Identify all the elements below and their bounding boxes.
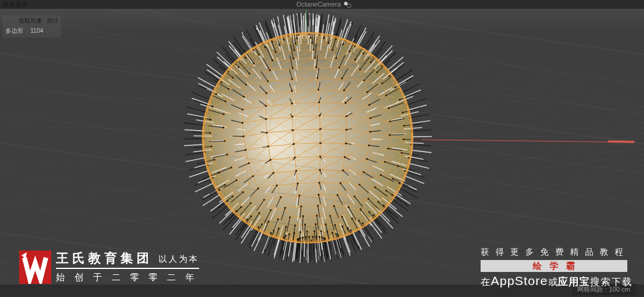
company-name: 王氏教育集团	[56, 250, 153, 267]
yingyongbao-label: 应用宝	[558, 275, 590, 289]
view-mode-label: 透视视图	[2, 1, 29, 9]
company-founded: 始创于二零零二年	[56, 272, 204, 283]
info-col-total: 总计	[47, 17, 58, 25]
promo-line: 获得更多免费精品教程	[481, 247, 628, 258]
active-camera-hud: OctaneCamera	[296, 1, 353, 8]
info-row-value: 1104	[30, 27, 44, 34]
info-row-label: 多边形	[5, 27, 23, 35]
selection-info-panel: 选取对象 总计 多边形 1104	[2, 16, 61, 38]
viewport-title-bar: 透视视图 OctaneCamera	[0, 0, 644, 10]
watermark-left: 王氏教育集团 以人为本 始创于二零零二年	[19, 249, 204, 286]
watermark-right: 获得更多免费精品教程 绘学霸 在 AppStore 或 应用宝 搜索下载	[481, 247, 628, 289]
book-w-icon	[19, 250, 51, 284]
company-slogan: 以人为本	[159, 254, 199, 265]
brand-bar: 绘学霸	[481, 260, 627, 272]
info-col-selected: 选取对象	[18, 17, 42, 25]
company-logo	[19, 250, 51, 284]
appstore-label: AppStore	[490, 274, 549, 288]
viewport-window: 透视视图 OctaneCamera 选取对象 总计 多边形 1104 网格间距 …	[0, 0, 644, 297]
camera-name-label: OctaneCamera	[296, 1, 341, 8]
camera-gizmo-icon	[343, 1, 353, 8]
download-prefix: 在	[481, 276, 490, 289]
divider-line	[56, 268, 199, 269]
brand-name: 绘学霸	[525, 261, 583, 272]
download-line: 在 AppStore 或 应用宝 搜索下载	[481, 274, 628, 289]
download-or: 或	[549, 276, 558, 289]
download-suffix: 搜索下载	[590, 276, 633, 289]
